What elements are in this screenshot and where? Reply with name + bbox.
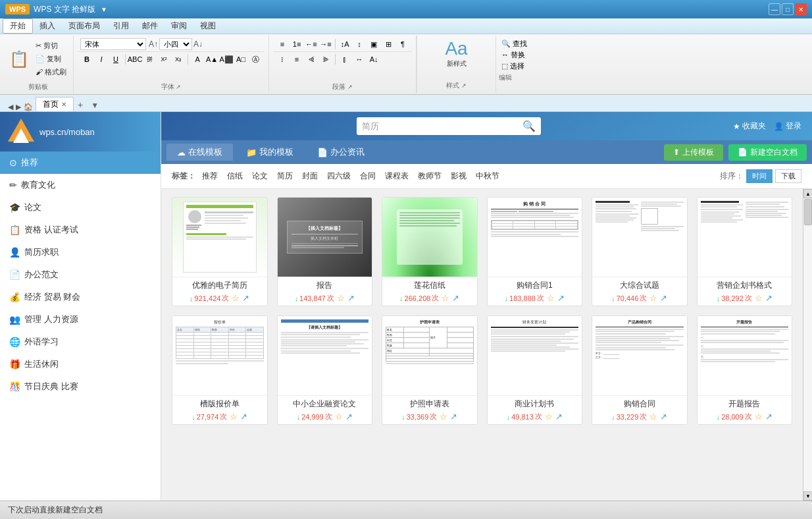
- subnav-office-news[interactable]: 📄 办公资讯: [307, 144, 375, 161]
- scroll-up-btn[interactable]: ▲: [803, 189, 812, 198]
- replace-btn[interactable]: ↔ 替换: [499, 49, 559, 61]
- subscript-btn[interactable]: X₂: [172, 53, 185, 65]
- tag-contract[interactable]: 合同: [357, 170, 378, 182]
- tag-mid-autumn[interactable]: 中秋节: [473, 170, 502, 182]
- para-expand-icon[interactable]: ↗: [347, 84, 353, 90]
- menu-review[interactable]: 审阅: [165, 19, 193, 33]
- search-button[interactable]: 🔍: [522, 120, 536, 132]
- format-painter-btn[interactable]: 🖌 格式刷: [33, 66, 69, 78]
- list-bullet-btn[interactable]: ≡: [276, 38, 289, 50]
- template-card-10[interactable]: 产品购销合同: [592, 315, 688, 425]
- sidebar-item-education[interactable]: ✏ 教育文化: [0, 174, 161, 196]
- tag-cover[interactable]: 封面: [299, 170, 320, 182]
- share-btn-11[interactable]: ↗: [765, 412, 773, 422]
- font-expand-icon[interactable]: ↗: [176, 84, 181, 90]
- tag-teachers-day[interactable]: 教师节: [415, 170, 444, 182]
- tag-thesis[interactable]: 论文: [249, 170, 270, 182]
- sidebar-item-foreign[interactable]: 🌐 外语学习: [0, 331, 161, 353]
- favorite-btn-1[interactable]: ☆: [337, 293, 345, 303]
- upload-template-btn[interactable]: ⬆ 上传模板: [664, 144, 723, 161]
- template-card-9[interactable]: 财务变更计划: [487, 315, 583, 425]
- tab-close-btn[interactable]: ✕: [61, 101, 66, 108]
- find-btn[interactable]: 🔍 查找: [499, 38, 559, 49]
- template-card-2[interactable]: 莲花信纸 ↓ 266,208 次 ☆ ↗: [382, 197, 478, 306]
- scroll-down-btn[interactable]: ▼: [803, 491, 812, 501]
- template-card-11[interactable]: 开题报告 一、 二、: [697, 315, 793, 425]
- line-spacing-btn[interactable]: ↕: [353, 38, 366, 50]
- strikethrough-btn[interactable]: ABC: [128, 53, 141, 65]
- favorite-btn-11[interactable]: ☆: [755, 412, 763, 422]
- tab-nav-btn[interactable]: ▼: [87, 99, 103, 111]
- home-tab[interactable]: 首页 ✕: [36, 97, 74, 111]
- share-btn-1[interactable]: ↗: [347, 293, 355, 303]
- shading-btn[interactable]: ▣: [367, 38, 380, 50]
- superscript-btn[interactable]: X²: [157, 53, 170, 65]
- template-scroll-area[interactable]: 优雅的电子简历 ↓ 921,424 次 ☆ ↗: [161, 189, 803, 501]
- font-border-btn[interactable]: A□: [234, 53, 247, 65]
- favorite-btn-9[interactable]: ☆: [545, 412, 553, 422]
- favorite-btn-0[interactable]: ☆: [232, 293, 240, 303]
- favorite-btn-6[interactable]: ☆: [230, 412, 238, 422]
- menu-mail[interactable]: 邮件: [136, 19, 165, 33]
- copy-btn[interactable]: 📄 复制: [33, 53, 69, 65]
- menu-reference[interactable]: 引用: [107, 19, 136, 33]
- align-right-btn[interactable]: ⫷: [305, 53, 318, 65]
- login-link[interactable]: 👤 登录: [774, 121, 801, 132]
- new-tab-btn[interactable]: +: [74, 98, 87, 111]
- share-btn-8[interactable]: ↗: [450, 412, 457, 422]
- align-left-btn[interactable]: ⫶: [276, 53, 289, 65]
- new-doc-btn[interactable]: 📄 新建空白文档: [728, 144, 807, 161]
- align-justify-btn[interactable]: ⫸: [319, 53, 332, 65]
- indent-decrease-btn[interactable]: ←≡: [305, 38, 318, 50]
- sidebar-item-recommend[interactable]: ⊙ 推荐: [0, 151, 161, 174]
- indent-increase-btn[interactable]: →≡: [319, 38, 332, 50]
- sidebar-item-management[interactable]: 👥 管理 人力资源: [0, 308, 161, 331]
- favorite-btn-5[interactable]: ☆: [755, 293, 763, 303]
- cut-btn[interactable]: ✂ 剪切: [33, 40, 69, 52]
- underline-btn[interactable]: U: [109, 53, 122, 65]
- template-card-1[interactable]: 【插入文档标题】 插入文档文本框 报告: [277, 197, 373, 306]
- show-hide-btn[interactable]: ¶: [396, 38, 409, 50]
- share-btn-9[interactable]: ↗: [555, 412, 563, 422]
- scroll-thumb[interactable]: [804, 199, 812, 225]
- share-btn-10[interactable]: ↗: [660, 412, 667, 422]
- menu-start[interactable]: 开始: [3, 18, 33, 34]
- favorite-btn-10[interactable]: ☆: [649, 412, 657, 422]
- tag-schedule[interactable]: 课程表: [382, 170, 411, 182]
- highlight-btn[interactable]: A▲: [205, 53, 218, 65]
- styles-expand-icon[interactable]: ↗: [461, 82, 467, 89]
- tag-cet[interactable]: 四六级: [324, 170, 353, 182]
- back-btn[interactable]: ◀: [8, 103, 13, 111]
- favorite-btn-3[interactable]: ☆: [547, 293, 555, 303]
- forward-btn[interactable]: ▶: [16, 103, 21, 111]
- close-btn[interactable]: ✕: [795, 3, 807, 15]
- share-btn-7[interactable]: ↗: [345, 412, 353, 422]
- menu-view[interactable]: 视图: [193, 19, 222, 33]
- new-style-label[interactable]: 新样式: [447, 59, 467, 68]
- sidebar-item-resume[interactable]: 👤 简历求职: [0, 241, 161, 263]
- share-btn-3[interactable]: ↗: [557, 293, 565, 303]
- subnav-online-templates[interactable]: ☁ 在线模板: [166, 144, 233, 161]
- share-btn-2[interactable]: ↗: [452, 293, 459, 303]
- sidebar-item-economy[interactable]: 💰 经济 贸易 财会: [0, 286, 161, 308]
- font-decrease-icon[interactable]: A↓: [193, 40, 203, 49]
- sidebar-item-thesis[interactable]: 🎓 论文: [0, 196, 161, 219]
- share-btn-6[interactable]: ↗: [240, 412, 247, 422]
- font-increase-icon[interactable]: A↑: [149, 40, 158, 49]
- sort-time-btn[interactable]: 时间: [746, 169, 773, 183]
- sidebar-item-leisure[interactable]: 🎁 生活休闲: [0, 353, 161, 375]
- menu-layout[interactable]: 页面布局: [62, 19, 107, 33]
- share-btn-0[interactable]: ↗: [242, 293, 249, 303]
- favorite-btn-7[interactable]: ☆: [335, 412, 343, 422]
- tag-recommend[interactable]: 推荐: [199, 170, 220, 182]
- share-btn-5[interactable]: ↗: [765, 293, 773, 303]
- scroll-track[interactable]: [803, 198, 812, 491]
- paste-btn[interactable]: 📋: [7, 49, 32, 70]
- share-btn-4[interactable]: ↗: [660, 293, 667, 303]
- tag-resume[interactable]: 简历: [274, 170, 295, 182]
- template-card-5[interactable]: 营销企划书格式 ↓ 38,292 次 ☆ ↗: [697, 197, 793, 306]
- pinyin-btn[interactable]: 拼: [143, 53, 156, 65]
- font-bg-btn[interactable]: A⬛: [220, 53, 233, 65]
- template-card-6[interactable]: 报价单 品名 规格 数量 单价 金额: [172, 315, 268, 425]
- font-circle-btn[interactable]: Ⓐ: [249, 53, 262, 65]
